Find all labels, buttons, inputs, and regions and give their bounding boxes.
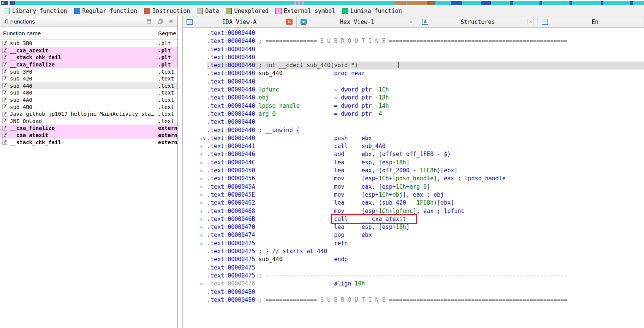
function-row[interactable]: JNI_OnLoad.text: [0, 118, 177, 125]
collapse-arrow-icon[interactable]: ∨: [203, 135, 206, 143]
address: .text:00000450: [207, 167, 255, 174]
disasm-gutter: [183, 207, 207, 215]
legend-item-library-function: Library function: [4, 8, 67, 14]
disasm-line[interactable]: .text:00000441 call sub_4A0: [183, 142, 644, 150]
tab-bar: IDA View-A×Hex View-1×Structures×En: [183, 16, 644, 28]
disasm-line[interactable]: .text:0000045A mov eax, [esp+1Ch+arg_0]: [183, 183, 644, 191]
disasm-line[interactable]: .text:00000440 lpfunc = dword ptr -1Ch: [183, 86, 644, 94]
disasm-line[interactable]: .text:00000440 obj = dword ptr -18h: [183, 94, 644, 102]
disasm-line[interactable]: .text:0000046B call ___cxa_atexit: [183, 215, 644, 223]
disasm-gutter: [183, 37, 207, 45]
disasm-line[interactable]: .text:00000440 arg_0 = dword ptr 4: [183, 110, 644, 118]
top-bar: [0, 0, 644, 6]
function-row[interactable]: __cxa_atexitextern: [0, 132, 177, 139]
close-tab-icon[interactable]: ×: [527, 19, 534, 25]
close-tab-icon[interactable]: ×: [408, 19, 414, 25]
tab-en[interactable]: En: [538, 16, 644, 27]
band-segment: [630, 1, 633, 5]
function-row[interactable]: sub_3B0.plt: [0, 40, 177, 47]
tab-label: IDA View-A: [195, 19, 284, 25]
disasm-line[interactable]: .text:00000440 ; __unwind {: [183, 126, 644, 134]
disasm-line[interactable]: .text:00000475 sub_440 endp: [183, 255, 644, 263]
functions-panel: Functions × Function name Segme sub_3B0.…: [0, 16, 178, 328]
column-function-name[interactable]: Function name: [0, 30, 156, 36]
tab-structures[interactable]: Structures×: [418, 16, 538, 27]
disasm-line[interactable]: .text:00000440: [183, 118, 644, 126]
disasm-line[interactable]: .text:0000044C lea esp, [esp-18h]: [183, 159, 644, 167]
legend-swatch: [74, 8, 80, 14]
function-name: JNI_OnLoad: [10, 118, 156, 124]
disasm-line[interactable]: .text:00000475 ; -----------------------…: [183, 272, 644, 280]
function-name: sub_4A0: [10, 97, 156, 103]
function-name: __cxa_atexit: [10, 132, 156, 138]
function-name: sub_480: [10, 90, 156, 96]
function-row[interactable]: __cxa_finalizeextern: [0, 125, 177, 132]
navigation-band[interactable]: [9, 1, 644, 5]
disasm-line[interactable]: .text:00000440 ; =============== S U B R…: [183, 37, 644, 45]
disassembly-view[interactable]: .text:00000440.text:00000440 ; =========…: [183, 28, 644, 328]
disasm-line[interactable]: .text:00000440 ; int __cdecl sub_440(voi…: [183, 62, 644, 69]
function-row[interactable]: __cxa_atexit.plt: [0, 47, 177, 54]
function-name: __stack_chk_fail: [10, 54, 156, 60]
function-row[interactable]: Java_github_jp1017_hellojni_MainActivity…: [0, 110, 177, 118]
disasm-line[interactable]: .text:00000474 pop ebx: [183, 231, 644, 239]
tab-label: Structures: [430, 19, 525, 25]
annotation-red-box: call ___cxa_atexit: [332, 215, 416, 223]
disasm-line[interactable]: .text:00000475 ; } // starts at 440: [183, 248, 644, 255]
function-icon: [2, 140, 7, 145]
disasm-line[interactable]: .text:00000480 ; =============== S U B R…: [183, 296, 644, 304]
disasm-line[interactable]: .text:00000476 align 10h: [183, 280, 644, 288]
function-row[interactable]: sub_480.text: [0, 89, 177, 96]
close-panel-icon[interactable]: ×: [167, 18, 175, 25]
function-row[interactable]: sub_4B0.text: [0, 103, 177, 110]
function-row[interactable]: sub_440.text: [0, 82, 177, 90]
disasm-line[interactable]: .text:00000468 mov [esp+1Ch+lpfunc], eax…: [183, 207, 644, 215]
tab-hex-view-1[interactable]: Hex View-1×: [297, 16, 418, 27]
address: .text:00000476: [207, 280, 255, 287]
close-tab-icon[interactable]: ×: [286, 19, 293, 25]
column-segment[interactable]: Segme: [156, 27, 177, 39]
function-icon: [2, 55, 7, 60]
function-name: sub_420: [10, 76, 156, 82]
disasm-line[interactable]: .text:00000462 lea eax, (sub_420 - 1FE8h…: [183, 199, 644, 207]
address: .text:0000045A: [207, 183, 255, 190]
disasm-line[interactable]: .text:00000440 lpdso_handle = dword ptr …: [183, 102, 644, 110]
disasm-line[interactable]: .text:00000456 mov [esp+1Ch+lpdso_handle…: [183, 175, 644, 183]
disasm-line[interactable]: .text:00000470 lea esp, [esp+18h]: [183, 223, 644, 231]
disasm-line[interactable]: ∨.text:00000440 push ebx: [183, 134, 644, 142]
disasm-line[interactable]: .text:0000045E mov [esp+1Ch+obj], eax ; …: [183, 191, 644, 199]
address: .text:00000440: [207, 30, 255, 36]
instruction-dot-icon: [200, 210, 203, 213]
function-row[interactable]: sub_4A0.text: [0, 96, 177, 104]
disasm-line[interactable]: .text:00000446 add ebx, (offset off_1FE8…: [183, 150, 644, 158]
disasm-line[interactable]: .text:00000440: [183, 54, 644, 62]
restore-button[interactable]: [156, 18, 164, 25]
function-segment: .text: [156, 118, 177, 124]
disasm-line[interactable]: .text:00000440: [183, 29, 644, 37]
function-segment: .text: [156, 83, 177, 89]
maximize-button[interactable]: [145, 18, 153, 25]
tab-ida-view-a[interactable]: IDA View-A×: [183, 16, 297, 27]
band-segment: [395, 1, 406, 5]
address: .text:0000044C: [207, 159, 255, 166]
disasm-line[interactable]: .text:00000440 sub_440 proc near: [183, 69, 644, 77]
disasm-line[interactable]: .text:00000450 lea eax, (off_2000 - 1FE8…: [183, 167, 644, 175]
function-row[interactable]: sub_420.text: [0, 75, 177, 82]
disasm-line[interactable]: .text:00000475 retn: [183, 240, 644, 248]
instruction-dot-icon: [200, 153, 203, 156]
address: .text:0000045E: [207, 191, 255, 198]
disasm-gutter: [183, 288, 207, 296]
function-name: sub_3B0: [10, 40, 156, 46]
disasm-line[interactable]: .text:00000475: [183, 264, 644, 272]
instruction-dot-icon: [200, 186, 203, 188]
legend-swatch: [197, 8, 203, 14]
disasm-line[interactable]: .text:00000440: [183, 46, 644, 54]
function-row[interactable]: __stack_chk_failextern: [0, 139, 177, 146]
function-row[interactable]: __cxa_finalize.plt: [0, 61, 177, 68]
disasm-line[interactable]: .text:00000480: [183, 288, 644, 296]
disasm-line[interactable]: .text:00000440: [183, 78, 644, 86]
function-row[interactable]: sub_3F0.text: [0, 68, 177, 75]
function-row[interactable]: __stack_chk_fail.plt: [0, 54, 177, 61]
legend-label: Data: [205, 8, 219, 14]
function-icon: [2, 48, 7, 53]
